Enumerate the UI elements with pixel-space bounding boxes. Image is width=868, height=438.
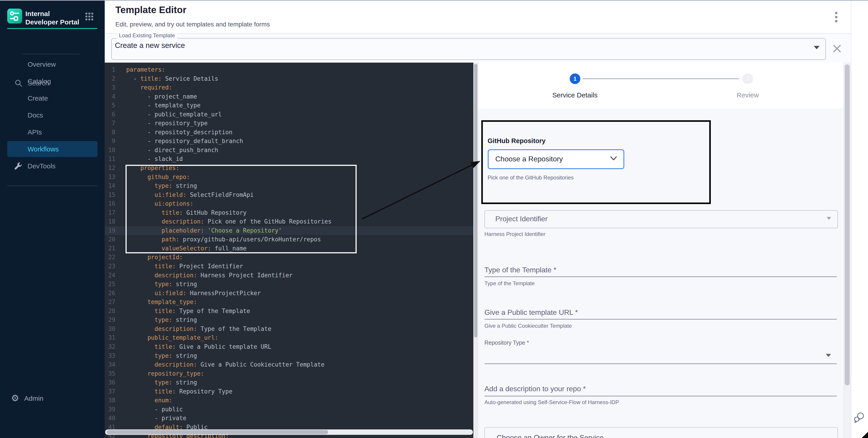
yaml-code-editor[interactable]: 1parameters:2 - title: Service Details3 … (105, 63, 473, 438)
code-text: ui:field: SelectFieldFromApi (115, 191, 254, 200)
code-line-37[interactable]: 37 title: Repository Type (105, 387, 473, 396)
code-text: template_type: (115, 298, 197, 307)
code-text: - direct_push_branch (115, 146, 218, 155)
line-number: 4 (105, 92, 115, 101)
code-line-7[interactable]: 7 - repository_type (105, 119, 473, 128)
code-line-17[interactable]: 17 title: GitHub Repository (105, 208, 473, 217)
code-line-16[interactable]: 16 ui:options: (105, 199, 473, 208)
code-line-11[interactable]: 11 - slack_id (105, 155, 473, 164)
code-line-2[interactable]: 2 - title: Service Details (105, 74, 473, 83)
editor-vertical-scrollbar-thumb[interactable] (474, 64, 477, 337)
public-template-url-field[interactable]: Give a Public template URL * (485, 308, 578, 317)
code-line-12[interactable]: 12 properties: (105, 164, 473, 173)
code-text: title: GitHub Repository (115, 208, 247, 217)
code-line-9[interactable]: 9 - repository_default_branch (105, 137, 473, 146)
sidebar-item-create[interactable]: Create (7, 90, 97, 106)
code-line-19[interactable]: 19 placeholder: 'Choose a Repository' (105, 226, 473, 235)
code-line-6[interactable]: 6 - public_template_url (105, 110, 473, 119)
editor-horizontal-scrollbar-thumb[interactable] (106, 430, 328, 434)
code-text: repository_type: (115, 369, 204, 378)
code-line-4[interactable]: 4 - project_name (105, 92, 473, 101)
code-lines: 1parameters:2 - title: Service Details3 … (105, 65, 473, 438)
code-text: valueSelector: full_name (115, 244, 247, 253)
code-text: description: Harness Project Identifier (115, 271, 293, 280)
sidebar-search[interactable]: Search (0, 38, 105, 51)
code-line-29[interactable]: 29 type: string (105, 315, 473, 325)
chevron-down-icon[interactable] (826, 354, 831, 357)
page-subtitle: Edit, preview, and try out templates and… (115, 21, 270, 28)
code-line-1[interactable]: 1parameters: (105, 65, 473, 74)
sidebar-item-admin[interactable]: ⚙ Admin (0, 196, 105, 209)
template-type-helper: Type of the Template (485, 280, 535, 287)
code-line-3[interactable]: 3 required: (105, 83, 473, 92)
sidebar-item-label: Docs (28, 111, 43, 119)
line-number: 27 (105, 298, 115, 307)
code-text: public_template_url: (115, 333, 218, 342)
public-template-url-underline (485, 319, 837, 319)
code-line-5[interactable]: 5 - template_type (105, 101, 473, 110)
repo-description-underline (485, 396, 837, 396)
chevron-down-icon[interactable] (814, 46, 819, 49)
template-type-field[interactable]: Type of the Template * (485, 266, 556, 274)
sidebar-item-workflows[interactable]: Workflows (7, 141, 97, 157)
sidebar-item-overview[interactable]: Overview (7, 56, 97, 72)
line-number: 17 (105, 208, 115, 217)
code-line-22[interactable]: 22 projectId: (105, 253, 473, 262)
line-number: 33 (105, 351, 115, 361)
public-template-url-helper: Give a Public Cookiecutter Template (485, 323, 572, 329)
stepper-step-1[interactable]: 1 (570, 73, 580, 84)
code-text: title: Project Identifier (115, 262, 243, 271)
code-line-10[interactable]: 10 - direct_push_branch (105, 146, 473, 155)
sidebar-item-label: Overview (28, 61, 56, 68)
line-number: 16 (105, 199, 115, 208)
code-text: title: Give a Public template URL (115, 342, 271, 351)
code-line-35[interactable]: 35 repository_type: (105, 369, 473, 378)
load-existing-template-select[interactable] (111, 38, 826, 60)
code-line-23[interactable]: 23 title: Project Identifier (105, 262, 473, 271)
line-number: 31 (105, 333, 115, 342)
code-line-36[interactable]: 36 type: string (105, 378, 473, 387)
code-line-20[interactable]: 20 path: proxy/github-api/users/OrkoHunt… (105, 235, 473, 244)
code-line-21[interactable]: 21 valueSelector: full_name (105, 244, 473, 253)
brand-title: Internal Developer Portal (25, 9, 80, 26)
sidebar-item-catalog[interactable]: Catalog (7, 73, 97, 89)
code-line-15[interactable]: 15 ui:field: SelectFieldFromApi (105, 191, 473, 200)
sidebar-item-devtools[interactable]: DevTools (7, 158, 97, 174)
sidebar-item-apis[interactable]: APIs (7, 124, 97, 140)
code-line-24[interactable]: 24 description: Harness Project Identifi… (105, 271, 473, 280)
close-icon[interactable] (832, 43, 842, 54)
code-text: path: proxy/github-api/users/OrkoHunter/… (115, 235, 321, 244)
code-line-34[interactable]: 34 description: Give a Public Cookiecutt… (105, 360, 473, 369)
code-line-28[interactable]: 28 title: Type of the Template (105, 307, 473, 316)
github-repository-label: GitHub Repository (488, 137, 546, 145)
code-text: - repositoty_description (115, 128, 232, 137)
panel-vertical-scrollbar-thumb[interactable] (845, 64, 850, 385)
code-line-39[interactable]: 39 - public (105, 405, 473, 414)
code-line-13[interactable]: 13 github_repo: (105, 173, 473, 182)
more-options-kebab-icon[interactable] (833, 11, 840, 24)
repo-description-field[interactable]: Add a description to your repo * (485, 385, 586, 393)
code-text: description: Give a Public Cookiecutter … (115, 360, 324, 369)
code-line-40[interactable]: 40 - private (105, 414, 473, 423)
code-line-14[interactable]: 14 type: string (105, 181, 473, 191)
stepper-step-2[interactable]: 2 (742, 73, 753, 84)
code-text: - slack_id (115, 155, 183, 164)
app-grid-icon[interactable] (85, 12, 94, 21)
code-line-38[interactable]: 38 enum: (105, 396, 473, 405)
sidebar-item-help[interactable]: ? Help (0, 392, 105, 407)
code-line-25[interactable]: 25 type: string (105, 280, 473, 289)
github-repository-value: Choose a Repository (495, 155, 563, 163)
code-line-27[interactable]: 27 template_type: (105, 298, 473, 307)
user-menu[interactable]: HM Himanshu Mishra (0, 416, 105, 432)
code-line-26[interactable]: 26 ui:field: HarnessProjectPicker (105, 289, 473, 298)
sidebar-item-docs[interactable]: Docs (7, 107, 97, 123)
idp-logo-icon[interactable] (7, 9, 22, 24)
code-text: properties: (115, 164, 179, 173)
feedback-chat-icon[interactable] (854, 412, 865, 424)
code-line-30[interactable]: 30 description: Type of the Template (105, 325, 473, 334)
code-line-33[interactable]: 33 type: string (105, 351, 473, 361)
code-line-18[interactable]: 18 description: Pick one of the GitHub R… (105, 217, 473, 226)
code-line-32[interactable]: 32 title: Give a Public template URL (105, 342, 473, 351)
code-line-8[interactable]: 8 - repositoty_description (105, 128, 473, 137)
code-line-31[interactable]: 31 public_template_url: (105, 333, 473, 342)
